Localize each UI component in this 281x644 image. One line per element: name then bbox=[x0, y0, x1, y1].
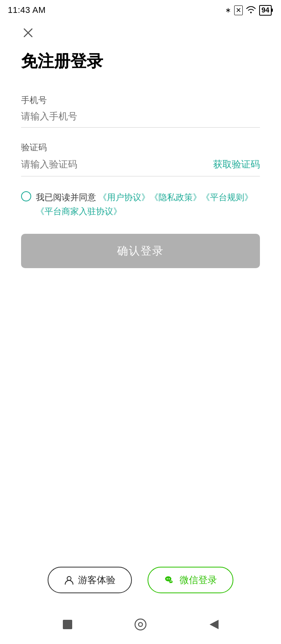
guest-button[interactable]: 游客体验 bbox=[48, 567, 132, 593]
merchant-agreement-link[interactable]: 《平台商家入驻协议》 bbox=[36, 206, 122, 216]
person-icon bbox=[64, 575, 74, 585]
nav-bar bbox=[0, 605, 281, 644]
wechat-button[interactable]: 微信登录 bbox=[148, 567, 233, 593]
svg-rect-8 bbox=[63, 620, 72, 629]
svg-point-4 bbox=[167, 578, 168, 580]
confirm-login-button[interactable]: 确认登录 bbox=[21, 234, 260, 268]
privacy-policy-link[interactable]: 《隐私政策》 bbox=[150, 192, 201, 202]
code-input[interactable] bbox=[21, 159, 207, 170]
svg-point-7 bbox=[171, 581, 172, 582]
wifi-icon bbox=[246, 5, 256, 15]
wechat-label: 微信登录 bbox=[180, 574, 217, 586]
main-content: 免注册登录 手机号 验证码 获取验证码 我已阅读并同意 《用户协议》《隐私政策》… bbox=[0, 52, 281, 284]
platform-rules-link[interactable]: 《平台规则》 bbox=[201, 192, 253, 202]
nav-home-button[interactable] bbox=[131, 615, 150, 634]
nav-square-button[interactable] bbox=[58, 615, 77, 634]
status-bar: 11:43 AM ∗ ✕ 94 bbox=[0, 0, 281, 20]
svg-point-2 bbox=[67, 576, 71, 580]
guest-label: 游客体验 bbox=[78, 574, 116, 586]
phone-field-group: 手机号 bbox=[21, 94, 260, 128]
phone-input-wrap bbox=[21, 111, 260, 128]
svg-point-5 bbox=[169, 578, 170, 580]
svg-point-6 bbox=[170, 581, 171, 582]
bottom-actions: 游客体验 微信登录 bbox=[0, 567, 281, 593]
agreement-checkbox[interactable] bbox=[21, 191, 31, 201]
code-label: 验证码 bbox=[21, 142, 260, 153]
status-time: 11:43 AM bbox=[8, 5, 46, 15]
code-field-group: 验证码 获取验证码 bbox=[21, 142, 260, 176]
svg-point-10 bbox=[139, 623, 142, 626]
agreement-prefix: 我已阅读并同意 bbox=[36, 192, 98, 202]
bluetooth-icon: ∗ bbox=[225, 6, 231, 14]
x-icon: ✕ bbox=[234, 5, 243, 15]
phone-input[interactable] bbox=[21, 111, 260, 122]
battery-icon: 94 bbox=[259, 5, 272, 16]
code-input-wrap: 获取验证码 bbox=[21, 158, 260, 176]
wechat-icon bbox=[164, 574, 176, 586]
svg-point-9 bbox=[135, 619, 146, 630]
user-agreement-link[interactable]: 《用户协议》 bbox=[98, 192, 150, 202]
get-code-button[interactable]: 获取验证码 bbox=[207, 158, 260, 171]
page-title: 免注册登录 bbox=[21, 52, 260, 71]
agreement-row: 我已阅读并同意 《用户协议》《隐私政策》《平台规则》 《平台商家入驻协议》 bbox=[21, 190, 260, 218]
close-button[interactable] bbox=[20, 24, 37, 41]
svg-marker-11 bbox=[210, 620, 219, 629]
phone-label: 手机号 bbox=[21, 94, 260, 106]
status-icons: ∗ ✕ 94 bbox=[225, 5, 272, 16]
nav-back-button[interactable] bbox=[204, 615, 223, 634]
agreement-text: 我已阅读并同意 《用户协议》《隐私政策》《平台规则》 《平台商家入驻协议》 bbox=[36, 190, 253, 218]
